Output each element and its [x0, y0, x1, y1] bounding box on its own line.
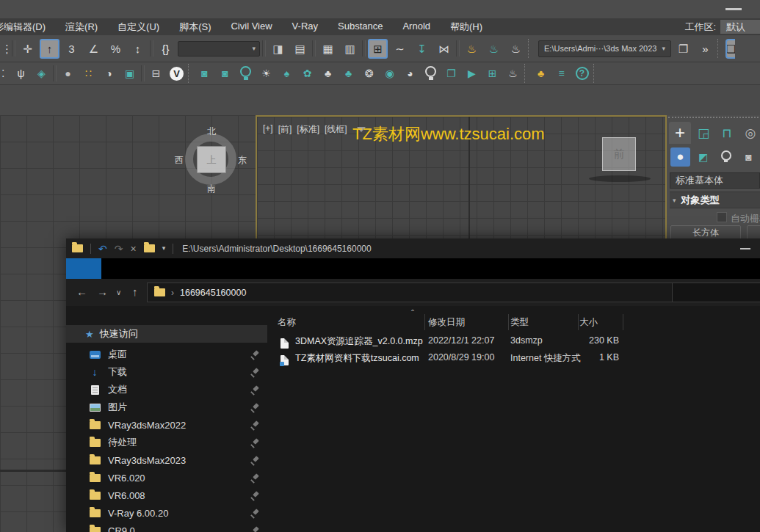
project-folder-field[interactable]: E:\Users\Admi⋯\3ds Max 2023	[538, 40, 671, 57]
breadcrumb-chevron-icon[interactable]: ›	[171, 288, 174, 298]
snaps-toggle-icon[interactable]: 3	[62, 39, 82, 59]
explorer-minimize-icon[interactable]	[740, 248, 750, 249]
tab-create[interactable]: +	[669, 122, 691, 144]
menu-item[interactable]: Civil View	[231, 21, 272, 34]
camera-add-icon[interactable]: ◙	[216, 65, 234, 83]
pin-icon[interactable]	[250, 474, 258, 482]
menu-item[interactable]: 形编辑器(D)	[0, 21, 46, 34]
recent-locations-icon[interactable]: ∨	[116, 288, 121, 296]
viewport-label-segment[interactable]: [前]	[278, 123, 292, 136]
sidebar-item-documents[interactable]: 文档	[66, 381, 272, 398]
doc-lines-icon[interactable]: ≡	[552, 65, 571, 83]
search-input[interactable]	[673, 283, 760, 302]
tab-share[interactable]	[135, 258, 169, 279]
undo-icon[interactable]: ↶	[98, 244, 107, 254]
rendered-frame-icon[interactable]: ♨	[484, 39, 504, 59]
viewport-label-segment[interactable]: [标准]	[297, 123, 319, 136]
tab-home[interactable]	[101, 258, 135, 279]
column-name[interactable]: 名称	[278, 316, 296, 329]
category-cameras[interactable]: ◙	[739, 147, 759, 167]
forest-list-icon[interactable]: ♣	[319, 65, 337, 83]
tab-modify[interactable]: ◲	[692, 122, 714, 144]
material-editor-button[interactable]: ⊞	[368, 39, 388, 59]
quickaccess-caret-icon[interactable]: ▾	[162, 245, 166, 252]
column-divider[interactable]	[424, 314, 425, 330]
redo-icon[interactable]: ↷	[115, 244, 123, 254]
max-minimize-icon[interactable]	[725, 8, 742, 10]
category-shapes[interactable]: ◩	[693, 147, 713, 167]
layer-manager-icon[interactable]: ▦	[318, 39, 338, 59]
spinner-snap-icon[interactable]: ↕	[128, 39, 148, 59]
palette-icon[interactable]: ◕	[401, 65, 419, 83]
viewcube-left[interactable]: 上 北 南 西 东	[181, 128, 242, 190]
pin-icon[interactable]	[250, 492, 258, 500]
column-divider[interactable]	[508, 314, 509, 330]
teapot-outline-icon[interactable]: ♨	[504, 65, 522, 83]
menu-item[interactable]: 自定义(U)	[117, 21, 159, 34]
forest-color-icon[interactable]: ♣	[532, 65, 550, 83]
column-divider[interactable]	[578, 314, 579, 330]
window-split-icon[interactable]: ⊞	[483, 65, 502, 83]
angle-snap-icon[interactable]: ∠	[84, 39, 104, 59]
material-assign-icon[interactable]: ▣	[120, 65, 139, 83]
quick-access-header[interactable]: ★ 快速访问	[66, 325, 267, 343]
workspace-dropdown[interactable]: 默认	[720, 20, 760, 34]
breadcrumb[interactable]: › 1669645160000	[148, 288, 687, 298]
pin-icon[interactable]	[250, 509, 258, 517]
quickaccess-folder-icon[interactable]	[144, 244, 155, 252]
panel-drag-handle[interactable]	[668, 117, 759, 120]
window-frame-icon[interactable]: ❐	[442, 65, 460, 83]
tree-icon[interactable]: ♠	[278, 65, 296, 83]
pin-icon[interactable]	[250, 386, 258, 394]
camera-icon[interactable]: ◙	[195, 65, 214, 83]
autogrid-checkbox[interactable]	[717, 212, 727, 222]
render-setup-icon[interactable]: ↧	[412, 39, 432, 59]
viewcube-cube-face[interactable]: 上	[197, 146, 226, 173]
clipped-left-icon[interactable]: ⁚	[1, 65, 10, 83]
sidebar-item-vray3dsmax2023[interactable]: VRay3dsMax2023	[66, 451, 272, 469]
menu-item[interactable]: Substance	[338, 21, 383, 34]
material-sphere-icon[interactable]: ●	[59, 65, 77, 83]
menu-item[interactable]: 脚本(S)	[179, 21, 211, 34]
sidebar-item-vray3dsmax2022[interactable]: VRay3dsMax2022	[66, 416, 272, 434]
category-lights[interactable]	[716, 147, 736, 167]
viewport-label-segment[interactable]: [线框]	[325, 123, 347, 136]
sun-light-icon[interactable]: ☀	[257, 65, 275, 83]
menu-item[interactable]: V-Ray	[292, 21, 318, 34]
pin-icon[interactable]	[250, 527, 258, 532]
viewcube-front[interactable]: 前	[602, 137, 636, 171]
explorer-titlebar[interactable]: ↶ ↷ × ▾ E:\Users\Administrator\Desktop\1…	[66, 238, 760, 258]
help-icon[interactable]: ?	[573, 65, 591, 83]
menu-item[interactable]: 帮助(H)	[450, 21, 482, 34]
bulb-gear-icon[interactable]	[421, 65, 440, 83]
tab-file[interactable]	[66, 258, 101, 279]
up-icon[interactable]: ↑	[132, 285, 138, 298]
object-type-rollout[interactable]: ▾ 对象类型	[670, 192, 760, 208]
saw-ring-icon[interactable]: ❂	[360, 65, 378, 83]
scene-explorer-icon[interactable]: ▥	[340, 39, 360, 59]
window-play-icon[interactable]: ▶	[463, 65, 481, 83]
tab-motion[interactable]: ◎	[739, 122, 760, 144]
asset-panel-icon[interactable]: ⊟	[147, 65, 165, 83]
clipped-save-button[interactable]: ❏	[725, 39, 735, 59]
column-date-modified[interactable]: 修改日期	[428, 316, 465, 329]
file-name[interactable]: TZ素材网资料下载tzsucai.com	[295, 352, 419, 365]
tab-view[interactable]	[169, 258, 203, 279]
breadcrumb-path[interactable]: 1669645160000	[180, 288, 246, 298]
file-name[interactable]: 3DMAX资源追踪器_v2.0.0.mzp	[295, 335, 423, 348]
vray-fire-icon[interactable]: ◈	[32, 65, 51, 83]
palette-sphere-icon[interactable]: ◑	[100, 65, 118, 83]
sidebar-item-vray60020[interactable]: V-Ray 6.00.20	[66, 504, 272, 522]
quick-render-icon[interactable]: ♨	[506, 39, 526, 59]
menu-item[interactable]: 渲染(R)	[65, 21, 98, 34]
curve-editor-icon[interactable]: ∼	[390, 39, 410, 59]
sidebar-item-desktop[interactable]: 桌面	[66, 346, 272, 363]
macro-recorder-icon[interactable]: ❐	[673, 39, 693, 59]
light-bulb-icon[interactable]	[236, 65, 255, 83]
select-object-button[interactable]: ↑	[40, 39, 59, 59]
mirror-icon[interactable]: ◨	[268, 39, 288, 59]
sidebar-item-downloads[interactable]: 下载	[66, 363, 272, 381]
percent-snap-icon[interactable]: %	[106, 39, 126, 59]
column-size[interactable]: 大小	[579, 316, 598, 329]
menu-item[interactable]: Arnold	[402, 21, 430, 34]
